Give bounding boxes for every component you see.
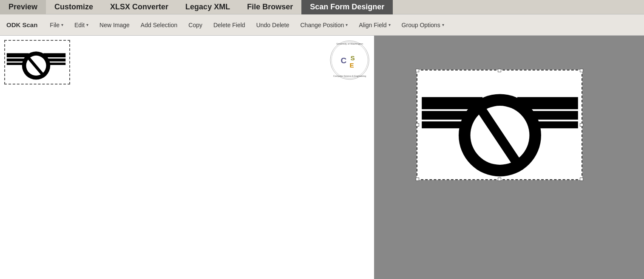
svg-rect-5 (49, 62, 65, 65)
top-nav: Preview Customize XLSX Converter Legacy … (0, 0, 644, 14)
delete-field-button[interactable]: Delete Field (208, 19, 250, 31)
nav-item-xlsx-converter[interactable]: XLSX Converter (102, 0, 177, 14)
main-content: C S E University of Washington Computer … (0, 36, 644, 279)
odk-logo-large (417, 70, 582, 180)
svg-point-10 (330, 41, 369, 79)
svg-rect-22 (535, 121, 578, 128)
toolbar-brand: ODK Scan (4, 21, 42, 28)
align-field-button[interactable]: Align Field ▾ (354, 19, 395, 31)
svg-rect-19 (422, 121, 465, 128)
edit-caret-icon: ▾ (86, 23, 88, 27)
resize-handle-bl[interactable] (416, 178, 419, 181)
align-field-caret-icon: ▾ (389, 23, 391, 27)
resize-handle-bc[interactable] (498, 178, 501, 181)
svg-text:University of Washington: University of Washington (336, 42, 363, 45)
resize-handle-tr[interactable] (580, 69, 583, 72)
edit-button[interactable]: Edit ▾ (69, 19, 94, 31)
svg-rect-2 (7, 62, 23, 65)
resize-handle-ml[interactable] (416, 123, 419, 127)
preview-image-container (417, 70, 582, 180)
svg-text:Computer Science & Engineering: Computer Science & Engineering (333, 75, 366, 77)
svg-text:E: E (350, 62, 354, 69)
odk-logo-small (6, 42, 66, 80)
new-image-button[interactable]: New Image (94, 19, 135, 31)
preview-panel[interactable] (374, 36, 644, 279)
group-options-caret-icon: ▾ (442, 23, 444, 27)
nav-item-customize[interactable]: Customize (46, 0, 102, 14)
nav-item-legacy-xml[interactable]: Legacy XML (177, 0, 238, 14)
svg-text:C: C (341, 56, 347, 65)
uw-cse-logo: C S E University of Washington Computer … (329, 40, 370, 80)
change-position-button[interactable]: Change Position ▾ (295, 19, 353, 31)
copy-button[interactable]: Copy (183, 19, 207, 31)
resize-handle-tl[interactable] (416, 69, 419, 72)
nav-item-file-browser[interactable]: File Browser (238, 0, 301, 14)
add-selection-button[interactable]: Add Selection (136, 19, 182, 31)
file-caret-icon: ▾ (61, 23, 63, 27)
toolbar: ODK Scan File ▾ Edit ▾ New Image Add Sel… (0, 14, 644, 36)
group-options-button[interactable]: Group Options ▾ (397, 19, 449, 31)
resize-handle-tc[interactable] (498, 69, 501, 72)
change-position-caret-icon: ▾ (346, 23, 348, 27)
resize-handle-br[interactable] (580, 178, 583, 181)
nav-item-preview[interactable]: Preview (0, 0, 46, 14)
canvas-panel[interactable]: C S E University of Washington Computer … (0, 36, 374, 279)
file-button[interactable]: File ▾ (45, 19, 68, 31)
resize-handle-mr[interactable] (580, 123, 583, 127)
undo-delete-button[interactable]: Undo Delete (251, 19, 295, 31)
svg-text:S: S (350, 54, 355, 62)
nav-item-scan-form-designer[interactable]: Scan Form Designer (301, 0, 393, 14)
